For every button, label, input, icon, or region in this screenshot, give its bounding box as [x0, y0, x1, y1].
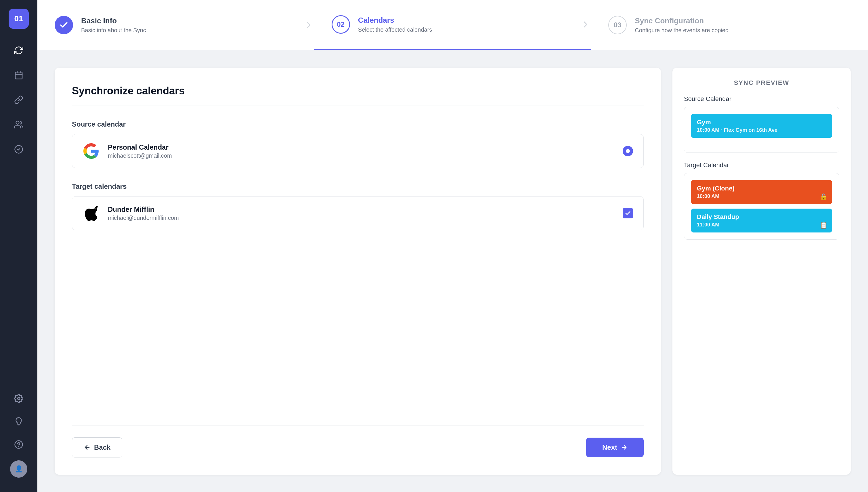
target-calendar-checkbox[interactable]: [623, 208, 633, 218]
gym-clone-event-card: Gym (Clone) 10:00 AM 🔒: [691, 180, 832, 204]
next-button[interactable]: Next: [586, 438, 644, 457]
sidebar-nav: [11, 43, 26, 391]
step-1-basic-info: Basic Info Basic info about the Sync: [37, 0, 314, 50]
source-section: Source calendar Personal Calendar m: [72, 120, 644, 168]
app-logo[interactable]: 01: [9, 9, 29, 29]
sidebar-item-sync[interactable]: [11, 43, 26, 57]
step-1-subtitle: Basic info about the Sync: [81, 27, 146, 34]
sidebar-item-check[interactable]: [11, 142, 26, 156]
personal-calendar-name: Personal Calendar: [108, 143, 615, 151]
gym-clone-event-title: Gym (Clone): [697, 185, 826, 192]
back-button[interactable]: Back: [72, 437, 122, 458]
source-preview-label: Source Calendar: [684, 95, 839, 103]
step-2-text: Calendars Select the affected calendars: [358, 16, 432, 33]
preview-title: SYNC PREVIEW: [684, 79, 839, 87]
source-label: Source calendar: [72, 120, 644, 128]
personal-calendar-email: michaelscott@gmail.com: [108, 152, 615, 159]
dunder-mifflin-calendar-item[interactable]: Dunder Mifflin michael@dundermifflin.com: [72, 196, 644, 230]
standup-event-title: Daily Standup: [697, 213, 826, 221]
sidebar-item-settings[interactable]: [11, 391, 26, 406]
personal-calendar-info: Personal Calendar michaelscott@gmail.com: [108, 143, 615, 159]
svg-point-4: [16, 121, 19, 124]
sidebar-item-help[interactable]: [11, 437, 26, 452]
target-preview-section: Target Calendar Gym (Clone) 10:00 AM 🔒 D…: [684, 162, 839, 240]
step-2-calendars: 02 Calendars Select the affected calenda…: [314, 0, 591, 50]
gym-clone-event-time: 10:00 AM: [697, 193, 826, 199]
sidebar-item-calendar[interactable]: [11, 68, 26, 82]
next-arrow-icon: [621, 444, 628, 451]
gym-event-title: Gym: [697, 119, 826, 126]
target-section: Target calendars Dunder Mifflin michael@…: [72, 182, 644, 230]
step-3-sync-config: 03 Sync Configuration Configure how the …: [591, 0, 868, 50]
main-content: Basic Info Basic info about the Sync 02 …: [37, 0, 868, 492]
sidebar-item-links[interactable]: [11, 93, 26, 107]
personal-calendar-item[interactable]: Personal Calendar michaelscott@gmail.com: [72, 134, 644, 168]
google-logo: [82, 142, 100, 160]
dunder-mifflin-email: michael@dundermifflin.com: [108, 215, 615, 221]
source-calendar-radio[interactable]: [623, 146, 633, 156]
apple-logo: [82, 204, 100, 222]
back-arrow-icon: [84, 444, 91, 451]
user-avatar[interactable]: 👤: [10, 460, 27, 477]
step-3-text: Sync Configuration Configure how the eve…: [635, 17, 729, 34]
svg-point-6: [18, 397, 20, 400]
dunder-mifflin-info: Dunder Mifflin michael@dundermifflin.com: [108, 205, 615, 221]
gym-event-time: 10:00 AM · Flex Gym on 16th Ave: [697, 127, 826, 133]
sidebar-item-idea[interactable]: [11, 414, 26, 429]
step-3-circle: 03: [608, 16, 627, 34]
clipboard-icon: 📋: [820, 222, 827, 229]
stepper-header: Basic Info Basic info about the Sync 02 …: [37, 0, 868, 50]
step-1-title: Basic Info: [81, 17, 146, 25]
source-events-container: Gym 10:00 AM · Flex Gym on 16th Ave: [684, 107, 839, 153]
synchronize-card: Synchronize calendars Source calendar: [55, 68, 661, 475]
step-3-subtitle: Configure how the events are copied: [635, 27, 729, 34]
target-events-container: Gym (Clone) 10:00 AM 🔒 Daily Standup 11:…: [684, 173, 839, 240]
lock-icon: 🔒: [820, 193, 827, 200]
target-preview-label: Target Calendar: [684, 162, 839, 169]
target-label: Target calendars: [72, 182, 644, 191]
sidebar-item-team[interactable]: [11, 117, 26, 132]
svg-rect-0: [15, 72, 22, 79]
step-1-circle: [55, 16, 73, 34]
sidebar: 01: [0, 0, 37, 492]
step-2-subtitle: Select the affected calendars: [358, 26, 432, 33]
dunder-mifflin-name: Dunder Mifflin: [108, 205, 615, 214]
sidebar-bottom: 👤: [10, 391, 27, 477]
action-buttons: Back Next: [72, 425, 644, 458]
step-2-title: Calendars: [358, 16, 432, 25]
step-2-circle: 02: [332, 15, 350, 34]
step-1-text: Basic Info Basic info about the Sync: [81, 17, 146, 34]
card-title: Synchronize calendars: [72, 85, 644, 106]
standup-event-card: Daily Standup 11:00 AM 📋: [691, 208, 832, 232]
gym-event-card: Gym 10:00 AM · Flex Gym on 16th Ave: [691, 114, 832, 138]
source-preview-section: Source Calendar Gym 10:00 AM · Flex Gym …: [684, 95, 839, 153]
standup-event-time: 11:00 AM: [697, 222, 826, 228]
sync-preview-panel: SYNC PREVIEW Source Calendar Gym 10:00 A…: [672, 68, 851, 475]
body-area: Synchronize calendars Source calendar: [37, 50, 868, 492]
step-3-title: Sync Configuration: [635, 17, 729, 25]
